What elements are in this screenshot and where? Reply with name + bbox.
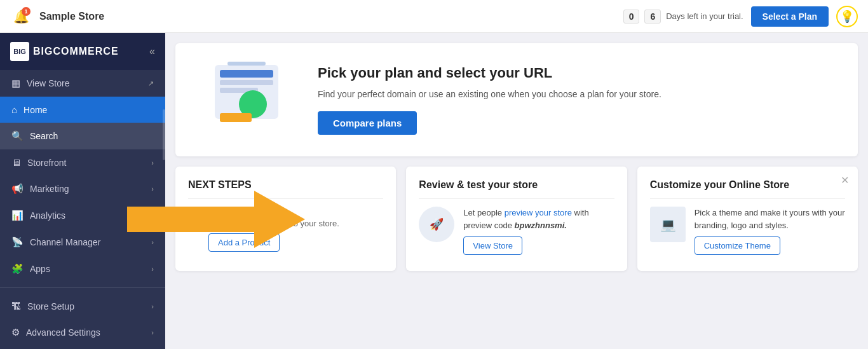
svg-rect-6	[227, 62, 266, 65]
logo-brand: BIGCOMMERCE	[33, 46, 119, 57]
trial-day-6: 6	[644, 10, 661, 24]
sidebar-label-marketing: Marketing	[30, 184, 69, 194]
svg-text:🚀: 🚀	[430, 217, 444, 231]
sidebar-item-advanced-settings[interactable]: ⚙ Advanced Settings ›	[0, 319, 165, 346]
nav-separator	[0, 287, 165, 288]
customize-content: 💻 Pick a theme and make it yours with yo…	[650, 207, 845, 255]
view-store-button[interactable]: View Store	[463, 236, 522, 255]
plan-illustration	[196, 58, 297, 141]
preview-code: bpwzhnnsmi.	[515, 221, 567, 230]
store-setup-icon: 🏗	[11, 301, 21, 311]
review-content: 🚀 Let people preview your store with pre…	[419, 207, 614, 255]
svg-rect-5	[220, 113, 252, 122]
sidebar-label-search: Search	[30, 131, 58, 141]
home-icon: ⌂	[11, 104, 17, 115]
svg-rect-2	[220, 80, 273, 85]
top-header: 🔔 1 Sample Store 0 6 Days left in your t…	[0, 0, 868, 33]
sidebar-label-storefront: Storefront	[27, 158, 66, 168]
sidebar-label-advanced-settings: Advanced Settings	[26, 327, 100, 338]
review-desc: Let people preview your store with previ…	[463, 207, 614, 231]
sidebar-logo: BIG BIGCOMMERCE «	[0, 33, 165, 70]
sidebar-item-view-store[interactable]: ▦ View Store ↗	[0, 70, 165, 97]
sidebar-item-store-setup[interactable]: 🏗 Store Setup ›	[0, 293, 165, 319]
marketing-icon: 📢	[11, 183, 24, 195]
review-store-title: Review & test your store	[419, 179, 614, 199]
customize-desc: Pick a theme and make it yours with your…	[695, 207, 845, 231]
sidebar-item-channel-manager[interactable]: 📡 Channel Manager ›	[0, 229, 165, 256]
scrollbar-thumb[interactable]	[163, 109, 165, 160]
collapse-sidebar-button[interactable]: «	[149, 46, 155, 57]
notification-bell[interactable]: 🔔 1	[10, 6, 32, 27]
sidebar-label-channel-manager: Channel Manager	[30, 237, 100, 247]
sidebar-item-search[interactable]: 🔍 Search	[0, 123, 165, 149]
sidebar-item-analytics[interactable]: 📊 Analytics ›	[0, 202, 165, 229]
svg-text:💻: 💻	[660, 217, 675, 232]
review-store-card: Review & test your store 🚀 Let people pr…	[406, 167, 627, 271]
plan-banner: Pick your plan and select your URL Find …	[175, 43, 858, 156]
customize-theme-button[interactable]: Customize Theme	[695, 236, 780, 255]
chevron-icon: ›	[151, 212, 154, 219]
trial-day-0: 0	[623, 10, 640, 24]
search-icon: 🔍	[11, 130, 24, 142]
customize-store-card: Customize your Online Store ✕ 💻 Pick a t…	[637, 167, 858, 271]
close-button[interactable]: ✕	[841, 175, 849, 186]
sidebar-item-storefront[interactable]: 🖥 Storefront ›	[0, 149, 165, 175]
product-info: 1. Product added Keep adding products to…	[208, 207, 339, 252]
store-name: Sample Store	[39, 11, 616, 22]
channel-manager-icon: 📡	[11, 236, 24, 248]
rocket-icon: 🚀	[419, 207, 454, 242]
product-item: ✓ 1. Product added Keep adding products …	[188, 207, 383, 252]
content-area: Pick your plan and select your URL Find …	[165, 33, 868, 349]
check-icon: ✓	[188, 208, 202, 222]
sidebar-label-apps: Apps	[30, 264, 50, 274]
customize-store-title: Customize your Online Store	[650, 179, 845, 199]
chevron-icon: ›	[151, 303, 154, 310]
next-steps-card: NEXT STEPS ✓ 1. Product added Keep addin…	[175, 167, 396, 271]
plan-text: Pick your plan and select your URL Find …	[318, 65, 837, 135]
sidebar-item-server-settings[interactable]: 🖧 Server Settings ›	[0, 346, 165, 349]
sidebar-label-store-setup: Store Setup	[27, 301, 74, 311]
svg-rect-1	[220, 70, 273, 78]
compare-plans-button[interactable]: Compare plans	[318, 111, 417, 135]
advanced-settings-icon: ⚙	[11, 327, 20, 338]
chevron-icon: ›	[151, 185, 154, 193]
select-plan-button[interactable]: Select a Plan	[751, 6, 829, 27]
cards-row: NEXT STEPS ✓ 1. Product added Keep addin…	[175, 167, 858, 271]
chevron-icon: ›	[151, 265, 154, 273]
preview-store-link[interactable]: preview your store	[505, 208, 572, 217]
view-store-icon: ▦	[11, 78, 20, 89]
plan-title: Pick your plan and select your URL	[318, 65, 837, 81]
apps-icon: 🧩	[11, 263, 24, 275]
review-text: Let people preview your store with previ…	[463, 207, 614, 255]
external-link-icon: ↗	[148, 79, 154, 88]
trial-info: 0 6 Days left in your trial.	[623, 10, 743, 24]
chevron-icon: ›	[151, 159, 154, 167]
lightbulb-button[interactable]: 💡	[836, 6, 858, 27]
logo-icon: BIG	[10, 42, 29, 61]
chevron-icon: ›	[151, 238, 154, 246]
product-step-desc: Keep adding products to your store.	[208, 219, 339, 228]
sidebar-label-analytics: Analytics	[30, 210, 65, 221]
next-steps-title: NEXT STEPS	[188, 179, 383, 199]
bell-badge: 1	[22, 7, 31, 16]
laptop-icon: 💻	[650, 207, 686, 242]
add-product-button[interactable]: Add a Product	[208, 233, 280, 252]
sidebar-nav: ▦ View Store ↗ ⌂ Home 🔍 Search 🖥	[0, 70, 165, 349]
sidebar-label-view-store: View Store	[27, 78, 69, 88]
plan-svg	[196, 58, 297, 141]
product-step-label: 1. Product added	[208, 207, 339, 217]
trial-text: Days left in your trial.	[666, 11, 743, 21]
sidebar-item-home[interactable]: ⌂ Home	[0, 97, 165, 123]
storefront-icon: 🖥	[11, 157, 21, 168]
sidebar-item-apps[interactable]: 🧩 Apps ›	[0, 256, 165, 282]
plan-desc: Find your perfect domain or use an exist…	[318, 88, 837, 101]
chevron-icon: ›	[151, 329, 154, 336]
analytics-icon: 📊	[11, 210, 24, 221]
main-layout: BIG BIGCOMMERCE « ▦ View Store ↗ ⌂ Home	[0, 33, 868, 349]
sidebar-item-marketing[interactable]: 📢 Marketing ›	[0, 175, 165, 202]
sidebar: BIG BIGCOMMERCE « ▦ View Store ↗ ⌂ Home	[0, 33, 165, 349]
logo: BIG BIGCOMMERCE	[10, 42, 119, 61]
sidebar-label-home: Home	[24, 105, 47, 115]
customize-text: Pick a theme and make it yours with your…	[695, 207, 845, 255]
